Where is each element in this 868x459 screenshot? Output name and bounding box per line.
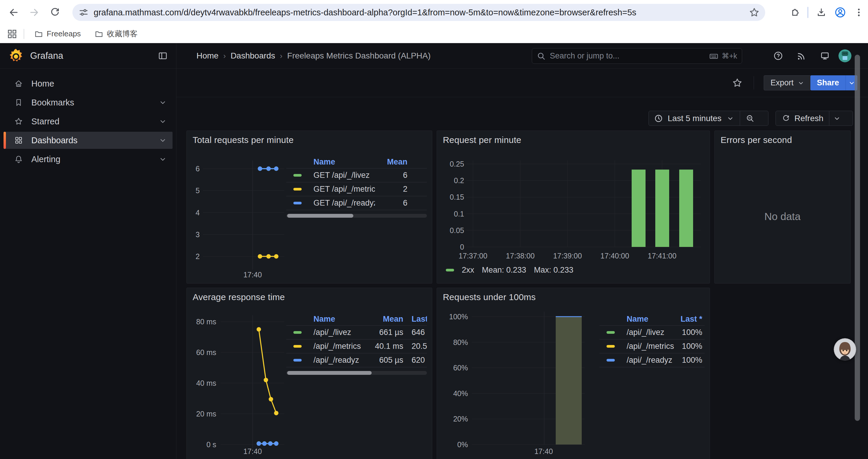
legend-row[interactable]: /api/_/metrics40.1 ms20.5 ms <box>286 339 427 353</box>
series-color-swatch <box>293 331 302 334</box>
chevron-down-icon <box>159 118 167 125</box>
series-name: /api/_/livez <box>627 328 674 337</box>
legend-scrollbar[interactable] <box>286 214 427 218</box>
series-max: Max: 0.233 <box>534 266 574 275</box>
share-button[interactable]: Share <box>810 75 845 90</box>
bookmark-star-icon[interactable] <box>749 7 760 18</box>
sidebar-item-alerting[interactable]: Alerting <box>4 151 173 168</box>
panel-legend[interactable]: 2xxMean: 0.233Max: 0.233 <box>446 263 574 277</box>
svg-text:17:40:00: 17:40:00 <box>600 252 629 260</box>
sidebar-item-label: Starred <box>31 117 59 126</box>
svg-text:17:41:00: 17:41:00 <box>648 252 676 260</box>
legend-row[interactable]: /api/_/livez661 µs646 µs <box>286 325 427 339</box>
svg-text:17:40: 17:40 <box>534 447 553 455</box>
svg-text:60 ms: 60 ms <box>196 348 216 357</box>
svg-text:0: 0 <box>460 243 464 251</box>
sidebar-item-dashboards[interactable]: Dashboards <box>4 132 173 149</box>
extensions-icon[interactable] <box>789 7 800 18</box>
series-color-swatch <box>293 188 302 191</box>
apps-grid-icon[interactable] <box>6 28 18 40</box>
refresh-interval-dropdown[interactable] <box>833 115 840 122</box>
toolbar-divider <box>807 7 808 18</box>
favorite-star-icon[interactable] <box>732 77 743 88</box>
svg-text:60%: 60% <box>453 364 468 372</box>
legend-header: NameMean <box>286 156 427 168</box>
time-range-group: Last 5 minutes <box>649 111 769 126</box>
panel-title[interactable]: Errors per second <box>720 135 792 145</box>
legend-row[interactable]: GET /api/_/livez6 <box>286 168 427 182</box>
legend-column-last[interactable]: Last * <box>674 315 702 324</box>
sidebar-item-starred[interactable]: Starred <box>4 113 173 130</box>
panel-title[interactable]: Request per minute <box>443 135 521 145</box>
sidebar-nav: HomeBookmarksStarredDashboardsAlerting <box>0 68 176 459</box>
legend-scrollbar[interactable] <box>286 371 427 375</box>
svg-text:3: 3 <box>195 230 200 239</box>
legend-column-name[interactable]: Name <box>627 315 674 324</box>
svg-text:0.15: 0.15 <box>450 193 464 201</box>
panel-title[interactable]: Total requests per minute <box>193 135 294 145</box>
legend-row[interactable]: GET /api/_/readyz6 <box>286 196 427 210</box>
panel-errors-per-second[interactable]: Errors per secondNo data <box>714 131 850 284</box>
legend-column-mean[interactable]: Mean <box>368 315 403 324</box>
legend-column-name[interactable]: Name <box>313 157 375 167</box>
bookmark-icon <box>14 98 23 107</box>
series-name: GET /api/_/metrics <box>313 185 375 194</box>
window-scrollbar[interactable] <box>855 55 860 421</box>
panel-title[interactable]: Requests under 100ms <box>443 292 536 302</box>
legend-column-last[interactable]: Last * <box>407 315 427 324</box>
zoom-out-icon[interactable] <box>746 114 754 123</box>
panel-legend: NameLast */api/_/livez100%/api/_/metrics… <box>599 313 705 367</box>
assistant-avatar-image <box>834 338 856 361</box>
profile-icon[interactable] <box>834 6 846 18</box>
site-settings-icon[interactable] <box>78 7 89 18</box>
chevron-down-icon <box>798 80 804 86</box>
series-value: 620 µs <box>407 356 427 365</box>
sidebar-item-bookmarks[interactable]: Bookmarks <box>4 94 173 111</box>
svg-text:0.25: 0.25 <box>450 160 464 168</box>
legend-row[interactable]: /api/_/livez100% <box>599 325 705 339</box>
sidebar-item-home[interactable]: Home <box>4 75 173 92</box>
panel-title[interactable]: Average response time <box>193 292 285 302</box>
series-value: 100% <box>674 342 702 351</box>
legend-header: NameLast * <box>599 313 705 325</box>
sidebar-toggle-icon[interactable] <box>158 51 168 61</box>
back-button[interactable] <box>6 5 21 20</box>
time-range-button[interactable]: Last 5 minutes <box>668 114 721 123</box>
dashboard-content: Export Share Last 5 minutes Refresh <box>176 43 868 459</box>
brand-title: Grafana <box>30 51 63 61</box>
bookmark-folder-blogs[interactable]: 收藏博客 <box>90 27 143 41</box>
export-label: Export <box>771 78 794 88</box>
legend-row[interactable]: /api/_/readyz605 µs620 µs <box>286 353 427 367</box>
menu-kebab-icon[interactable] <box>854 7 864 18</box>
reload-button[interactable] <box>48 5 62 20</box>
svg-text:20 ms: 20 ms <box>196 410 216 418</box>
legend-row[interactable]: GET /api/_/metrics2 <box>286 182 427 196</box>
svg-text:4: 4 <box>195 208 200 217</box>
bookmark-label: 收藏博客 <box>107 29 138 39</box>
legend-row[interactable]: /api/_/readyz100% <box>599 353 705 367</box>
url-text: grafana.mathmast.com/d/deytv4rwavabkb/fr… <box>94 8 749 18</box>
forward-button[interactable] <box>27 5 41 20</box>
refresh-group: Refresh <box>776 111 853 126</box>
legend-column-mean[interactable]: Mean <box>375 157 407 167</box>
home-icon <box>14 79 23 88</box>
legend-row[interactable]: /api/_/metrics100% <box>599 339 705 353</box>
legend-column-name[interactable]: Name <box>313 315 368 324</box>
folder-icon <box>34 30 43 38</box>
url-bar[interactable]: grafana.mathmast.com/d/deytv4rwavabkb/fr… <box>72 4 765 21</box>
grafana-logo[interactable] <box>8 48 24 64</box>
grafana-app: Grafana Home›Dashboards›Freeleaps Metric… <box>0 43 868 459</box>
export-button[interactable]: Export <box>764 75 811 90</box>
refresh-button[interactable]: Refresh <box>795 114 824 123</box>
panel-request-per-minute[interactable]: Request per minute0.250.20.150.10.05017:… <box>437 131 710 284</box>
downloads-icon[interactable] <box>816 7 827 18</box>
bookmark-folder-freeleaps[interactable]: Freeleaps <box>30 27 86 41</box>
series-value: 6 <box>375 171 407 180</box>
panel-average-response-time[interactable]: Average response time80 ms60 ms40 ms20 m… <box>186 288 432 459</box>
bell-icon <box>14 155 23 164</box>
folder-icon <box>95 30 103 38</box>
panel-requests-under-100ms[interactable]: Requests under 100ms100%80%60%40%20%0%17… <box>437 288 710 459</box>
panel-total-requests[interactable]: Total requests per minute6543217:40NameM… <box>186 131 432 284</box>
series-color-swatch <box>607 359 615 362</box>
floating-assistant-avatar[interactable] <box>834 338 856 361</box>
